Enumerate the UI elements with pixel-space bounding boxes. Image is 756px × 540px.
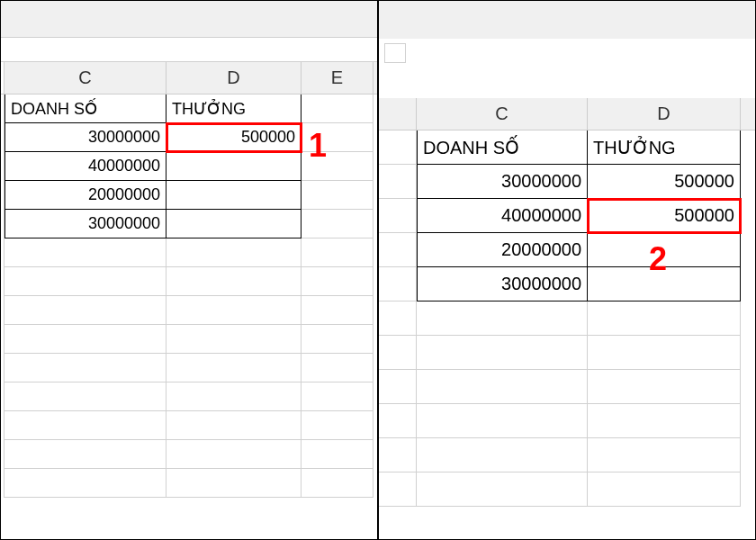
cell[interactable] <box>4 296 166 325</box>
cell[interactable] <box>417 336 588 370</box>
cell[interactable] <box>166 469 302 498</box>
col-header-c[interactable]: C <box>417 98 588 130</box>
cell[interactable] <box>302 181 374 210</box>
cell[interactable] <box>166 325 302 354</box>
cell[interactable] <box>302 440 374 469</box>
cell[interactable] <box>166 354 302 382</box>
cell[interactable] <box>302 469 374 498</box>
header-thuong[interactable]: THƯỞNG <box>588 130 741 165</box>
table-row: 30000000 500000 <box>379 165 755 199</box>
cell-c-value[interactable]: 40000000 <box>417 199 588 233</box>
name-box[interactable] <box>384 43 406 63</box>
table-row: 20000000 <box>379 233 755 267</box>
header-doanh-so[interactable]: DOANH SỐ <box>4 94 166 123</box>
table-row: 30000000 <box>379 267 755 302</box>
cell[interactable] <box>302 296 374 325</box>
cell[interactable] <box>588 472 741 507</box>
cell[interactable] <box>379 233 417 267</box>
cell[interactable] <box>379 472 417 507</box>
cell[interactable] <box>166 296 302 325</box>
cell-c-value[interactable]: 30000000 <box>4 210 166 238</box>
cell-d-value-highlighted[interactable]: 500000 <box>588 199 741 233</box>
cell[interactable] <box>302 94 374 123</box>
cell[interactable] <box>379 302 417 336</box>
cell[interactable] <box>379 404 417 438</box>
ribbon-area <box>1 1 377 37</box>
ribbon-area <box>379 1 755 39</box>
spreadsheet-left: C D E DOANH SỐ THƯỞNG 30000000 500000 40… <box>1 1 379 539</box>
table-row: DOANH SỐ THƯỞNG <box>379 130 755 165</box>
row-gutter <box>379 98 417 130</box>
grid-right: DOANH SỐ THƯỞNG 30000000 500000 40000000… <box>379 130 755 507</box>
cell[interactable] <box>4 238 166 267</box>
formula-bar <box>1 37 377 62</box>
cell[interactable] <box>379 267 417 302</box>
cell[interactable] <box>379 438 417 472</box>
table-row: 30000000 <box>1 210 377 238</box>
header-thuong[interactable]: THƯỞNG <box>166 94 302 123</box>
header-doanh-so[interactable]: DOANH SỐ <box>417 130 588 165</box>
table-row: 20000000 <box>1 181 377 210</box>
cell[interactable] <box>417 438 588 472</box>
cell-c-value[interactable]: 30000000 <box>417 165 588 199</box>
cell[interactable] <box>302 411 374 440</box>
column-headers: C D E <box>1 62 377 94</box>
cell[interactable] <box>4 469 166 498</box>
annotation-2: 2 <box>649 240 667 278</box>
cell[interactable] <box>379 165 417 199</box>
table-row: DOANH SỐ THƯỞNG <box>1 94 377 123</box>
cell[interactable] <box>166 440 302 469</box>
cell[interactable] <box>379 336 417 370</box>
col-header-e[interactable]: E <box>302 62 374 94</box>
cell[interactable] <box>4 354 166 382</box>
cell[interactable] <box>4 325 166 354</box>
cell[interactable] <box>4 267 166 296</box>
annotation-1: 1 <box>309 127 327 165</box>
cell[interactable] <box>588 370 741 404</box>
cell[interactable] <box>417 404 588 438</box>
table-row: 40000000 500000 <box>379 199 755 233</box>
cell-c-value[interactable]: 30000000 <box>417 267 588 302</box>
col-header-d[interactable]: D <box>166 62 302 94</box>
cell[interactable] <box>417 472 588 507</box>
cell[interactable] <box>588 438 741 472</box>
col-header-c[interactable]: C <box>4 62 166 94</box>
cell[interactable] <box>4 411 166 440</box>
column-headers: C D <box>379 98 755 130</box>
formula-bar <box>379 39 755 68</box>
cell-d-value-highlighted[interactable]: 500000 <box>166 123 302 152</box>
cell[interactable] <box>588 336 741 370</box>
cell[interactable] <box>4 440 166 469</box>
cell[interactable] <box>417 302 588 336</box>
cell[interactable] <box>302 382 374 411</box>
cell[interactable] <box>302 267 374 296</box>
cell-c-value[interactable]: 20000000 <box>417 233 588 267</box>
cell-d-value[interactable] <box>166 181 302 210</box>
cell[interactable] <box>302 238 374 267</box>
cell[interactable] <box>417 370 588 404</box>
cell[interactable] <box>302 210 374 238</box>
cell-c-value[interactable]: 40000000 <box>4 152 166 181</box>
cell[interactable] <box>166 267 302 296</box>
col-header-d[interactable]: D <box>588 98 741 130</box>
cell[interactable] <box>379 370 417 404</box>
cell-d-value[interactable] <box>166 152 302 181</box>
cell[interactable] <box>302 354 374 382</box>
cell-c-value[interactable]: 20000000 <box>4 181 166 210</box>
grid-left: DOANH SỐ THƯỞNG 30000000 500000 40000000… <box>1 94 377 498</box>
cell[interactable] <box>166 411 302 440</box>
cell[interactable] <box>166 238 302 267</box>
cell[interactable] <box>379 199 417 233</box>
cell-c-value[interactable]: 30000000 <box>4 123 166 152</box>
cell-d-value[interactable] <box>166 210 302 238</box>
cell[interactable] <box>379 130 417 165</box>
cell[interactable] <box>588 302 741 336</box>
cell-d-value[interactable]: 500000 <box>588 165 741 199</box>
cell[interactable] <box>166 382 302 411</box>
spreadsheet-right: C D DOANH SỐ THƯỞNG 30000000 500000 4000… <box>379 1 755 539</box>
cell[interactable] <box>4 382 166 411</box>
cell[interactable] <box>302 325 374 354</box>
cell[interactable] <box>588 404 741 438</box>
formula-input[interactable] <box>1 40 377 59</box>
